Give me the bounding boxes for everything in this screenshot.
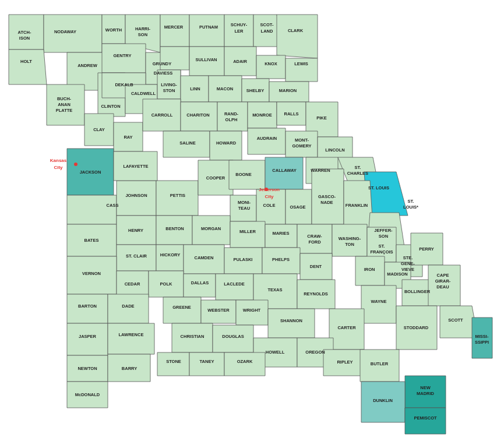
county-dallas (184, 274, 216, 297)
county-cass (67, 195, 117, 224)
county-ozark (224, 352, 265, 376)
county-buchanan (47, 84, 84, 125)
county-iron (355, 256, 385, 285)
county-schuyler (224, 15, 253, 47)
county-phelps (262, 248, 300, 274)
county-stone (157, 352, 189, 376)
county-polk (149, 271, 184, 297)
county-crawford (297, 224, 332, 253)
county-miller (230, 221, 265, 248)
county-dunklin (361, 382, 405, 422)
county-macon (209, 76, 242, 102)
county-livingston (157, 70, 181, 99)
county-pemiscot (405, 408, 446, 434)
county-laclede (216, 274, 253, 300)
county-henry (117, 216, 156, 245)
county-gasconade (312, 169, 344, 224)
kansascity-dot (74, 163, 77, 166)
county-lafayette (114, 151, 157, 181)
county-wright (236, 300, 268, 325)
county-cedar (117, 271, 149, 297)
county-holt (9, 50, 47, 84)
county-linn (181, 76, 209, 102)
county-perry (411, 233, 443, 265)
county-grundy (160, 47, 189, 70)
county-morgan (192, 216, 230, 245)
county-bollinger (402, 280, 431, 306)
county-washington (332, 224, 367, 256)
county-jackson (67, 149, 114, 195)
county-boone (229, 160, 265, 189)
county-pulaski (224, 248, 262, 274)
county-gentry (102, 44, 146, 73)
county-carroll (143, 99, 181, 131)
county-vernon (67, 256, 117, 294)
county-mississippi (472, 318, 492, 358)
county-montgomery (286, 131, 318, 157)
county-dent (300, 253, 332, 280)
county-mercer (160, 15, 189, 47)
county-newmadrid (405, 376, 446, 408)
county-audrain (248, 128, 286, 154)
county-benton (156, 216, 192, 245)
county-newton (67, 355, 108, 382)
county-adair (224, 47, 256, 76)
county-webster (201, 300, 236, 323)
county-taney (189, 352, 224, 376)
county-ray (114, 122, 143, 151)
county-cole (256, 189, 286, 224)
county-reynolds (297, 280, 335, 309)
county-lawrence (108, 323, 154, 354)
county-maries (265, 224, 297, 248)
county-ralls (277, 102, 306, 125)
county-howard (210, 131, 242, 160)
county-butler (360, 350, 399, 382)
county-camden (184, 245, 224, 274)
county-mcdonald (67, 382, 108, 408)
county-christian (172, 323, 213, 352)
county-lewis (286, 58, 318, 82)
county-greene (163, 297, 201, 323)
county-capegirardeau (428, 265, 460, 306)
county-franklin (344, 181, 373, 227)
county-putnam (189, 15, 224, 47)
county-johnson (117, 181, 156, 216)
county-stclair (117, 245, 156, 271)
county-moniteau (230, 195, 256, 221)
county-shelby (242, 79, 269, 102)
county-ripley (323, 350, 364, 376)
county-monroe (248, 102, 277, 128)
county-marion (269, 82, 309, 102)
county-randolph (217, 102, 248, 131)
county-shannon (268, 309, 315, 338)
county-nodaway (44, 15, 102, 52)
county-chariton (181, 102, 217, 131)
county-atchison (9, 15, 44, 50)
missouri-map: ATCH- ISON NODAWAY WORTH HARRI- SON MERC… (0, 0, 504, 448)
county-carter (329, 309, 364, 350)
county-bates (67, 224, 117, 256)
county-callaway (265, 157, 303, 189)
county-pettis (156, 181, 198, 216)
county-hickory (156, 245, 184, 271)
county-clark (277, 15, 318, 58)
county-clay (84, 114, 114, 146)
county-saline (163, 131, 210, 157)
county-barton (67, 294, 108, 323)
county-dade (108, 294, 149, 323)
county-knox (256, 55, 286, 79)
county-jasper (67, 323, 108, 355)
county-sullivan (189, 47, 224, 76)
county-wayne (361, 285, 396, 323)
county-osage (286, 189, 312, 224)
jeffersoncity-dot (265, 188, 268, 191)
county-barry (108, 354, 150, 382)
county-stoddard (396, 306, 437, 350)
county-cooper (198, 160, 233, 195)
county-douglas (213, 325, 253, 352)
county-worth (102, 15, 125, 44)
